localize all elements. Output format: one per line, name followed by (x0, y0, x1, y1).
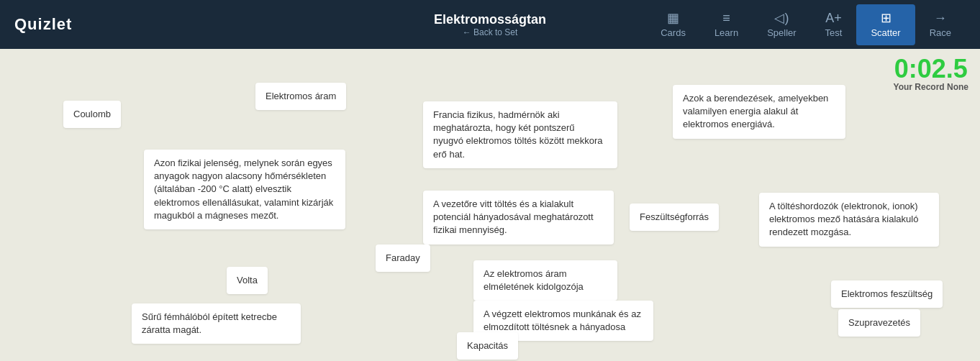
timer-record: Your Record None (894, 82, 968, 92)
scatter-label: Scatter (871, 27, 900, 38)
scatter-card-c14[interactable]: Sűrű fémhálóból épített ketrecbe záratta… (132, 303, 301, 344)
race-icon: → (934, 12, 947, 24)
learn-icon: ≡ (722, 12, 730, 24)
scatter-card-c6[interactable]: A vezetőre vitt töltés és a kialakult po… (423, 191, 614, 245)
nav-item-speller[interactable]: ◁)Speller (753, 4, 810, 45)
timer-value: 0:02.5 (894, 56, 968, 82)
scatter-card-c5[interactable]: Azon fizikai jelenség, melynek során egy… (144, 150, 345, 229)
timer-box: 0:02.5 Your Record None (894, 56, 968, 92)
test-icon: A+ (825, 12, 842, 24)
nav-item-cards[interactable]: ▦Cards (646, 4, 700, 45)
cards-icon: ▦ (667, 12, 679, 24)
scatter-card-c2[interactable]: Elektromos áram (255, 83, 346, 110)
scatter-card-c7[interactable]: Feszültségforrás (630, 204, 719, 231)
scatter-card-c11[interactable]: Volta (227, 267, 268, 294)
logo[interactable]: Quizlet (14, 15, 72, 34)
page-title: Elektromosságtan (434, 12, 546, 27)
scatter-card-c1[interactable]: Coulomb (63, 101, 121, 128)
nav-item-test[interactable]: A+Test (811, 4, 857, 45)
scatter-icon: ⊞ (881, 12, 891, 24)
scatter-card-c9[interactable]: Faraday (376, 245, 430, 272)
header: Quizlet Elektromosságtan ← Back to Set ▦… (0, 0, 980, 49)
nav-item-learn[interactable]: ≡Learn (700, 4, 753, 45)
nav-item-race[interactable]: →Race (915, 4, 966, 45)
scatter-card-c3[interactable]: Francia fizikus, hadmérnök aki meghatáro… (423, 101, 617, 168)
nav-item-scatter[interactable]: ⊞Scatter (856, 4, 915, 45)
learn-label: Learn (714, 27, 738, 38)
scatter-card-c4[interactable]: Azok a berendezések, amelyekben valamily… (673, 85, 845, 139)
scatter-card-c10[interactable]: Az elektromos áram elméletének kidolgozó… (473, 260, 617, 301)
scatter-content: 0:02.5 Your Record None CoulombElektromo… (0, 49, 980, 361)
scatter-card-c15[interactable]: Kapacitás (457, 332, 518, 360)
scatter-card-c16[interactable]: Szupravezetés (838, 309, 920, 337)
title-block: Elektromosságtan ← Back to Set (434, 12, 546, 37)
nav-bar: ▦Cards≡Learn◁)SpellerA+Test⊞Scatter→Race (646, 4, 966, 45)
cards-label: Cards (661, 27, 686, 38)
test-label: Test (825, 27, 843, 38)
speller-label: Speller (767, 27, 796, 38)
back-to-set[interactable]: ← Back to Set (434, 27, 546, 37)
speller-icon: ◁) (774, 12, 789, 24)
race-label: Race (930, 27, 951, 38)
scatter-card-c8[interactable]: A töltéshordozók (elektronok, ionok) ele… (759, 193, 939, 247)
scatter-card-c13[interactable]: Elektromos feszültség (831, 280, 943, 308)
